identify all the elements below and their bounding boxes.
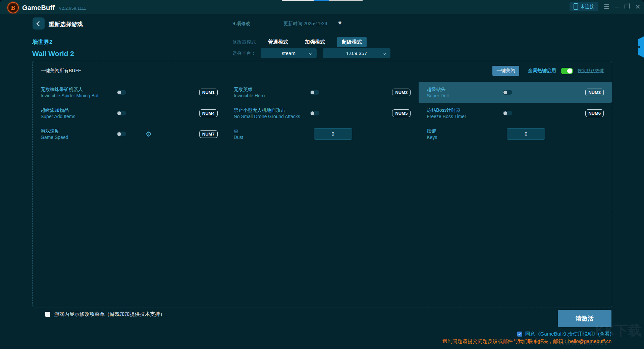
keys-value-input[interactable] xyxy=(507,128,545,140)
cheat-item-freeze-boss-timer: 冻结Boss计时器 Freeze Boss Timer NUM6 xyxy=(419,103,612,123)
restore-hotkeys-link[interactable]: 恢复默认热键 xyxy=(578,68,604,74)
watermark-text: www.kkx.net xyxy=(559,338,607,347)
cheat-names: 禁止小型无人机地面攻击 No Small Drone Ground Attack… xyxy=(234,107,310,120)
cheat-toggle[interactable] xyxy=(503,111,512,115)
toggle-knob xyxy=(567,68,572,73)
cheat-item-dust: 尘 Dust xyxy=(226,123,419,144)
cheat-names: 按键 Keys xyxy=(427,128,503,141)
hotkey-badge[interactable]: NUM2 xyxy=(392,89,411,96)
cheat-names: 无敌蜘蛛采矿机器人 Invincible Spider Mining Bot xyxy=(41,86,117,99)
cheat-toggle[interactable] xyxy=(117,90,126,95)
close-all-label: 一键关闭所有BUFF xyxy=(41,68,81,74)
app-version: V2.2.959.1111 xyxy=(59,6,86,11)
brand: B GameBuff V2.2.959.1111 xyxy=(7,2,86,13)
gear-icon[interactable]: ⚙ xyxy=(146,131,152,138)
top-strip-blue xyxy=(314,0,329,1)
ingame-menu-label: 游戏内显示修改项菜单（游戏加加提供技术支持） xyxy=(54,311,165,317)
panel-header: 一键关闭所有BUFF 一键关闭 全局热键启用 恢复默认热键 xyxy=(33,61,612,81)
toggle-knob xyxy=(311,111,314,115)
cheat-toggle[interactable] xyxy=(117,132,126,136)
side-panel-tab[interactable] xyxy=(636,36,644,58)
cheat-grid: 无敌蜘蛛采矿机器人 Invincible Spider Mining Bot N… xyxy=(33,81,612,146)
cheat-item-invincible-spider: 无敌蜘蛛采矿机器人 Invincible Spider Mining Bot N… xyxy=(33,82,226,103)
chevron-left-icon xyxy=(37,21,42,26)
cheat-names: 尘 Dust xyxy=(234,128,310,141)
hotkey-badge[interactable]: NUM7 xyxy=(199,130,218,138)
platform-row: 选择平台： steam 1.0.9.357 xyxy=(232,48,390,58)
cheat-name-en: Game Speed xyxy=(41,134,117,141)
cheat-item-game-speed: 游戏速度 Game Speed ⚙ NUM7 xyxy=(33,123,226,144)
cheat-name-en: Keys xyxy=(427,134,503,141)
top-strip-gray xyxy=(329,0,363,1)
toggle-knob xyxy=(117,132,121,136)
cheat-name-zh: 禁止小型无人机地面攻击 xyxy=(234,107,310,113)
mode-option-enhanced[interactable]: 加强模式 xyxy=(300,37,330,47)
cheat-name-en: Invincible Hero xyxy=(234,93,310,99)
mode-option-super[interactable]: 超级模式 xyxy=(337,37,367,47)
hotkey-badge[interactable]: NUM1 xyxy=(199,89,218,96)
cheat-name-zh: 尘 xyxy=(234,128,310,134)
toggle-knob xyxy=(311,91,314,94)
mode-option-normal[interactable]: 普通模式 xyxy=(263,37,293,47)
cheat-name-zh: 无敌蜘蛛采矿机器人 xyxy=(41,86,117,93)
top-strip-white xyxy=(282,0,314,1)
cheat-item-super-add-items: 超级添加物品 Super Add Items NUM4 xyxy=(33,103,226,123)
cheat-names: 游戏速度 Game Speed xyxy=(41,128,117,141)
cheat-name-en: Invincible Spider Mining Bot xyxy=(41,93,117,99)
phone-icon xyxy=(574,3,578,10)
watermark-logo: KK下载 xyxy=(595,321,641,340)
game-title-en: Wall World 2 xyxy=(32,50,74,58)
mods-count: 9 项修改 xyxy=(232,21,251,27)
chevron-down-icon xyxy=(382,51,386,55)
close-icon[interactable]: ✕ xyxy=(635,3,641,10)
toggle-knob xyxy=(503,91,507,94)
toggle-knob xyxy=(117,91,121,94)
platform-select[interactable]: steam xyxy=(261,48,317,58)
cheat-item-invincible-hero: 无敌英雄 Invincible Hero NUM2 xyxy=(226,82,419,103)
app-window: B GameBuff V2.2.959.1111 未连接 ☰ — ✕ 重新选择游… xyxy=(0,0,644,349)
cheat-name-en: Super Drill xyxy=(427,93,503,99)
restore-icon[interactable] xyxy=(625,4,630,9)
cheat-toggle[interactable] xyxy=(503,90,512,95)
ingame-menu-checkbox[interactable] xyxy=(45,312,50,317)
chevron-down-icon xyxy=(309,51,312,55)
cheat-toggle[interactable] xyxy=(310,90,319,95)
menu-icon[interactable]: ☰ xyxy=(604,4,609,10)
game-title-zh: 墙世界2 xyxy=(32,38,52,46)
page-title: 重新选择游戏 xyxy=(49,20,83,28)
trainer-mode-row: 修改器模式 普通模式 加强模式 超级模式 xyxy=(232,37,367,47)
version-value: 1.0.9.357 xyxy=(346,50,367,56)
title-bar xyxy=(0,0,644,14)
dust-value-input[interactable] xyxy=(314,128,352,140)
hotkey-badge[interactable]: NUM5 xyxy=(392,109,411,117)
cheat-names: 冻结Boss计时器 Freeze Boss Timer xyxy=(427,107,503,120)
cheat-name-zh: 按键 xyxy=(427,128,503,134)
cheat-name-zh: 游戏速度 xyxy=(41,128,117,134)
cheat-names: 无敌英雄 Invincible Hero xyxy=(234,86,310,99)
hotkey-badge[interactable]: NUM3 xyxy=(585,89,604,96)
connection-status-button[interactable]: 未连接 xyxy=(570,2,598,11)
minimize-icon[interactable]: — xyxy=(614,4,619,9)
update-time: 更新时间:2025-11-23 xyxy=(283,21,327,27)
cheat-names: 超级钻头 Super Drill xyxy=(427,86,503,99)
platform-label: 选择平台： xyxy=(232,50,256,56)
app-name: GameBuff xyxy=(22,4,55,12)
cheat-toggle[interactable] xyxy=(117,111,126,115)
cheat-item-super-drill[interactable]: 超级钻头 Super Drill NUM3 xyxy=(419,82,612,103)
cheat-name-en: Freeze Boss Timer xyxy=(427,113,503,120)
version-select[interactable]: 1.0.9.357 xyxy=(323,48,390,58)
hotkey-badge[interactable]: NUM6 xyxy=(585,109,604,117)
back-button[interactable] xyxy=(33,17,45,30)
close-all-button[interactable]: 一键关闭 xyxy=(492,66,519,76)
hotkey-badge[interactable]: NUM4 xyxy=(199,109,218,117)
favorite-heart-icon[interactable]: ♥ xyxy=(338,19,342,27)
cheat-name-zh: 超级钻头 xyxy=(427,86,503,93)
cheats-panel: 一键关闭所有BUFF 一键关闭 全局热键启用 恢复默认热键 无敌蜘蛛采矿机器人 … xyxy=(32,61,612,307)
agreement-checkbox[interactable]: ✓ xyxy=(517,332,522,337)
global-hotkey-toggle[interactable] xyxy=(561,68,573,74)
cheat-name-en: No Small Drone Ground Attacks xyxy=(234,113,310,120)
cheat-name-en: Super Add Items xyxy=(41,113,117,120)
toggle-knob xyxy=(503,111,507,115)
cheat-toggle[interactable] xyxy=(310,111,319,115)
ingame-menu-row: 游戏内显示修改项菜单（游戏加加提供技术支持） xyxy=(45,311,165,317)
